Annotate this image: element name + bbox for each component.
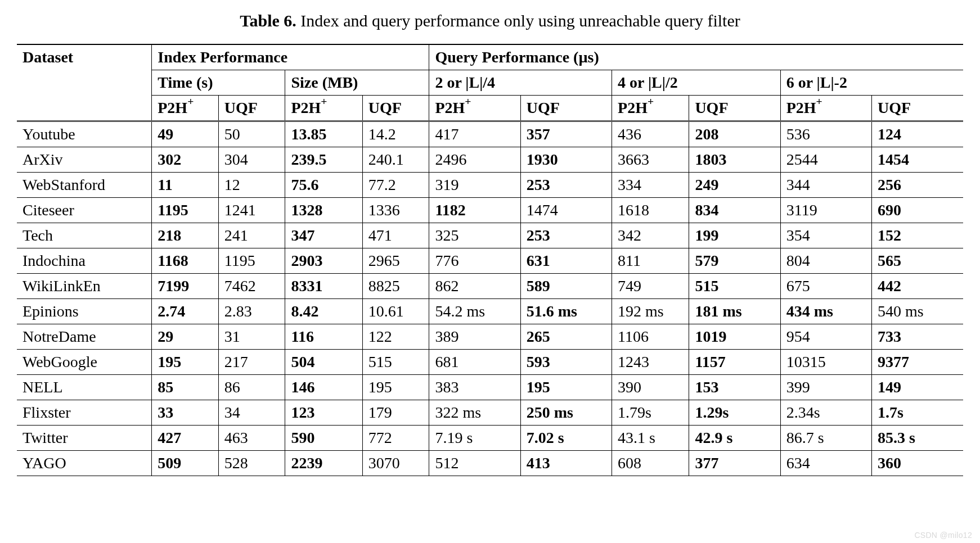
cell-q3p: 634 [780,451,871,476]
table-row: WebStanford111275.677.231925333424934425… [17,173,963,198]
cell-q2p: 3663 [612,147,689,173]
dataset-name: YAGO [17,451,152,476]
cell-q1p: 2496 [429,147,520,173]
cell-s_p2h: 146 [285,375,362,400]
dataset-name: Indochina [17,248,152,274]
cell-s_uqf: 8825 [362,274,429,299]
cell-q3u: 540 ms [872,299,964,324]
cell-q3p: 675 [780,274,871,299]
cell-q2p: 436 [612,121,689,147]
dataset-name: Twitter [17,426,152,451]
cell-s_p2h: 504 [285,350,362,375]
cell-q1u: 589 [520,274,612,299]
table-row: WikiLinkEn719974628331882586258974951567… [17,274,963,299]
cell-q3u: 256 [872,173,964,198]
cell-t_uqf: 304 [218,147,285,173]
cell-s_p2h: 8331 [285,274,362,299]
cell-q1u: 631 [520,248,612,274]
table-row: Youtube495013.8514.2417357436208536124 [17,121,963,147]
cell-q3u: 733 [872,324,964,350]
cell-q2u: 1157 [689,350,780,375]
cell-s_uqf: 179 [362,400,429,426]
cell-q1u: 357 [520,121,612,147]
cell-t_p2h: 509 [152,451,219,476]
col-q3-p2h: P2H+ [780,96,871,121]
cell-t_uqf: 31 [218,324,285,350]
cell-s_uqf: 10.61 [362,299,429,324]
table-row: ArXiv302304239.5240.12496193036631803254… [17,147,963,173]
cell-q1p: 1182 [429,198,520,223]
cell-q1u: 195 [520,375,612,400]
dataset-name: Youtube [17,121,152,147]
cell-q1p: 383 [429,375,520,400]
header-row-3: P2H+ UQF P2H+ UQF P2H+ UQF P2H+ UQF P2H+… [17,96,963,121]
cell-q1u: 253 [520,223,612,248]
table-row: Citeseer11951241132813361182147416188343… [17,198,963,223]
cell-t_uqf: 528 [218,451,285,476]
cell-t_p2h: 85 [152,375,219,400]
cell-t_p2h: 2.74 [152,299,219,324]
cell-q1p: 325 [429,223,520,248]
dataset-name: Tech [17,223,152,248]
cell-s_uqf: 3070 [362,451,429,476]
cell-q3u: 360 [872,451,964,476]
cell-q1u: 253 [520,173,612,198]
col-time-uqf: UQF [218,96,285,121]
cell-t_p2h: 49 [152,121,219,147]
dataset-name: Flixster [17,400,152,426]
cell-s_p2h: 8.42 [285,299,362,324]
cell-q1p: 512 [429,451,520,476]
cell-q3p: 3119 [780,198,871,223]
cell-s_uqf: 122 [362,324,429,350]
cell-q3p: 354 [780,223,871,248]
cell-q1p: 862 [429,274,520,299]
table-caption-text: Index and query performance only using u… [296,11,740,30]
cell-q3u: 442 [872,274,964,299]
col-time: Time (s) [152,70,285,96]
cell-s_p2h: 2903 [285,248,362,274]
cell-q1p: 54.2 ms [429,299,520,324]
cell-q2u: 377 [689,451,780,476]
table-row: NotreDame293111612238926511061019954733 [17,324,963,350]
dataset-name: NotreDame [17,324,152,350]
cell-t_p2h: 11 [152,173,219,198]
col-q2: 4 or |L|/2 [612,70,781,96]
cell-s_uqf: 240.1 [362,147,429,173]
cell-q1p: 389 [429,324,520,350]
cell-q2u: 208 [689,121,780,147]
table-row: Tech218241347471325253342199354152 [17,223,963,248]
dataset-name: ArXiv [17,147,152,173]
cell-t_p2h: 1168 [152,248,219,274]
cell-q3u: 1454 [872,147,964,173]
cell-t_uqf: 1241 [218,198,285,223]
cell-q3p: 536 [780,121,871,147]
cell-q2u: 515 [689,274,780,299]
cell-q2p: 1106 [612,324,689,350]
cell-q2u: 1803 [689,147,780,173]
col-time-p2h: P2H+ [152,96,219,121]
cell-q2u: 199 [689,223,780,248]
cell-s_p2h: 239.5 [285,147,362,173]
cell-q2u: 1.29s [689,400,780,426]
cell-q1u: 250 ms [520,400,612,426]
col-q2-p2h: P2H+ [612,96,689,121]
cell-q3u: 1.7s [872,400,964,426]
cell-q1u: 51.6 ms [520,299,612,324]
cell-q2u: 42.9 s [689,426,780,451]
cell-s_uqf: 772 [362,426,429,451]
col-size-p2h: P2H+ [285,96,362,121]
header-row-1: Dataset Index Performance Query Performa… [17,44,963,70]
cell-q1p: 776 [429,248,520,274]
cell-s_uqf: 77.2 [362,173,429,198]
cell-q3u: 124 [872,121,964,147]
table-label: Table 6. [240,11,296,30]
cell-q2u: 834 [689,198,780,223]
cell-q2p: 43.1 s [612,426,689,451]
cell-t_uqf: 34 [218,400,285,426]
cell-q2u: 153 [689,375,780,400]
cell-s_uqf: 1336 [362,198,429,223]
cell-q3u: 690 [872,198,964,223]
dataset-name: WebGoogle [17,350,152,375]
cell-q3p: 344 [780,173,871,198]
cell-q3p: 434 ms [780,299,871,324]
